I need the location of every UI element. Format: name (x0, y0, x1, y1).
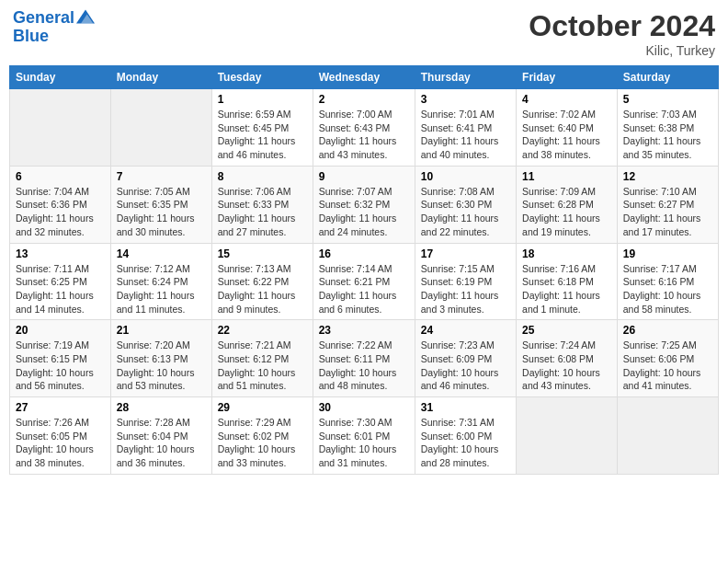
calendar-cell: 28Sunrise: 7:28 AMSunset: 6:04 PMDayligh… (110, 397, 211, 475)
calendar-cell: 16Sunrise: 7:14 AMSunset: 6:21 PMDayligh… (313, 243, 415, 320)
day-number: 9 (319, 170, 409, 183)
day-number: 25 (522, 324, 611, 337)
calendar-cell: 23Sunrise: 7:22 AMSunset: 6:11 PMDayligh… (313, 320, 415, 397)
calendar-cell: 29Sunrise: 7:29 AMSunset: 6:02 PMDayligh… (211, 397, 313, 475)
day-info: Sunrise: 7:02 AMSunset: 6:40 PMDaylight:… (522, 108, 611, 162)
calendar-week-row: 6Sunrise: 7:04 AMSunset: 6:36 PMDaylight… (10, 166, 719, 243)
logo: General Blue (13, 9, 95, 46)
day-header-friday: Friday (517, 66, 618, 89)
title-block: October 2024 Kilic, Turkey (529, 9, 715, 58)
logo-icon (76, 7, 95, 26)
day-info: Sunrise: 7:15 AMSunset: 6:19 PMDaylight:… (421, 262, 510, 316)
day-number: 1 (218, 93, 307, 106)
calendar-cell: 14Sunrise: 7:12 AMSunset: 6:24 PMDayligh… (110, 243, 211, 320)
day-number: 4 (522, 93, 611, 106)
day-number: 20 (16, 324, 105, 337)
day-info: Sunrise: 7:06 AMSunset: 6:33 PMDaylight:… (218, 185, 307, 239)
day-number: 16 (319, 247, 409, 260)
calendar-cell: 11Sunrise: 7:09 AMSunset: 6:28 PMDayligh… (517, 166, 618, 243)
calendar-cell (517, 397, 618, 475)
day-info: Sunrise: 7:24 AMSunset: 6:08 PMDaylight:… (522, 339, 611, 393)
day-info: Sunrise: 7:23 AMSunset: 6:09 PMDaylight:… (421, 339, 510, 393)
day-info: Sunrise: 7:26 AMSunset: 6:05 PMDaylight:… (16, 416, 105, 470)
calendar-cell: 13Sunrise: 7:11 AMSunset: 6:25 PMDayligh… (10, 243, 111, 320)
day-info: Sunrise: 7:31 AMSunset: 6:00 PMDaylight:… (421, 416, 510, 470)
day-number: 17 (421, 247, 510, 260)
page-header: General Blue October 2024 Kilic, Turkey (9, 9, 719, 58)
day-header-tuesday: Tuesday (211, 66, 313, 89)
calendar-cell: 18Sunrise: 7:16 AMSunset: 6:18 PMDayligh… (517, 243, 618, 320)
day-info: Sunrise: 7:19 AMSunset: 6:15 PMDaylight:… (16, 339, 105, 393)
day-number: 10 (421, 170, 510, 183)
calendar-cell: 6Sunrise: 7:04 AMSunset: 6:36 PMDaylight… (10, 166, 111, 243)
calendar-cell: 8Sunrise: 7:06 AMSunset: 6:33 PMDaylight… (211, 166, 313, 243)
day-number: 30 (319, 401, 409, 414)
logo-text: General (13, 9, 74, 28)
calendar-cell: 12Sunrise: 7:10 AMSunset: 6:27 PMDayligh… (617, 166, 718, 243)
calendar-cell: 20Sunrise: 7:19 AMSunset: 6:15 PMDayligh… (10, 320, 111, 397)
calendar-cell: 10Sunrise: 7:08 AMSunset: 6:30 PMDayligh… (415, 166, 516, 243)
calendar-cell (10, 89, 111, 167)
day-number: 22 (218, 324, 307, 337)
calendar-cell: 22Sunrise: 7:21 AMSunset: 6:12 PMDayligh… (211, 320, 313, 397)
day-info: Sunrise: 7:22 AMSunset: 6:11 PMDaylight:… (319, 339, 409, 393)
calendar-cell (617, 397, 718, 475)
day-number: 27 (16, 401, 105, 414)
day-number: 3 (421, 93, 510, 106)
day-info: Sunrise: 7:11 AMSunset: 6:25 PMDaylight:… (16, 262, 105, 316)
day-number: 11 (522, 170, 611, 183)
calendar-cell: 27Sunrise: 7:26 AMSunset: 6:05 PMDayligh… (10, 397, 111, 475)
calendar-cell: 26Sunrise: 7:25 AMSunset: 6:06 PMDayligh… (617, 320, 718, 397)
calendar-cell (110, 89, 211, 167)
day-number: 5 (623, 93, 712, 106)
day-number: 8 (218, 170, 307, 183)
day-number: 21 (117, 324, 206, 337)
calendar-cell: 19Sunrise: 7:17 AMSunset: 6:16 PMDayligh… (617, 243, 718, 320)
day-number: 15 (218, 247, 307, 260)
day-number: 2 (319, 93, 409, 106)
day-info: Sunrise: 7:29 AMSunset: 6:02 PMDaylight:… (218, 416, 307, 470)
calendar-week-row: 13Sunrise: 7:11 AMSunset: 6:25 PMDayligh… (10, 243, 719, 320)
calendar-cell: 9Sunrise: 7:07 AMSunset: 6:32 PMDaylight… (313, 166, 415, 243)
day-info: Sunrise: 7:09 AMSunset: 6:28 PMDaylight:… (522, 185, 611, 239)
calendar-header-row: SundayMondayTuesdayWednesdayThursdayFrid… (10, 66, 719, 89)
day-info: Sunrise: 7:14 AMSunset: 6:21 PMDaylight:… (319, 262, 409, 316)
day-info: Sunrise: 7:01 AMSunset: 6:41 PMDaylight:… (421, 108, 510, 162)
day-info: Sunrise: 7:30 AMSunset: 6:01 PMDaylight:… (319, 416, 409, 470)
day-number: 19 (623, 247, 712, 260)
calendar-cell: 17Sunrise: 7:15 AMSunset: 6:19 PMDayligh… (415, 243, 516, 320)
calendar-week-row: 1Sunrise: 6:59 AMSunset: 6:45 PMDaylight… (10, 89, 719, 167)
calendar-cell: 2Sunrise: 7:00 AMSunset: 6:43 PMDaylight… (313, 89, 415, 167)
day-number: 29 (218, 401, 307, 414)
calendar-cell: 21Sunrise: 7:20 AMSunset: 6:13 PMDayligh… (110, 320, 211, 397)
calendar-cell: 30Sunrise: 7:30 AMSunset: 6:01 PMDayligh… (313, 397, 415, 475)
calendar-cell: 24Sunrise: 7:23 AMSunset: 6:09 PMDayligh… (415, 320, 516, 397)
calendar-cell: 5Sunrise: 7:03 AMSunset: 6:38 PMDaylight… (617, 89, 718, 167)
day-header-sunday: Sunday (10, 66, 111, 89)
day-header-saturday: Saturday (617, 66, 718, 89)
calendar-cell: 25Sunrise: 7:24 AMSunset: 6:08 PMDayligh… (517, 320, 618, 397)
day-number: 12 (623, 170, 712, 183)
day-info: Sunrise: 7:04 AMSunset: 6:36 PMDaylight:… (16, 185, 105, 239)
day-info: Sunrise: 7:28 AMSunset: 6:04 PMDaylight:… (117, 416, 206, 470)
calendar-cell: 4Sunrise: 7:02 AMSunset: 6:40 PMDaylight… (517, 89, 618, 167)
page-title: October 2024 (529, 9, 715, 43)
day-number: 26 (623, 324, 712, 337)
day-info: Sunrise: 7:00 AMSunset: 6:43 PMDaylight:… (319, 108, 409, 162)
page-subtitle: Kilic, Turkey (529, 43, 715, 58)
day-info: Sunrise: 7:03 AMSunset: 6:38 PMDaylight:… (623, 108, 712, 162)
day-number: 14 (117, 247, 206, 260)
day-info: Sunrise: 6:59 AMSunset: 6:45 PMDaylight:… (218, 108, 307, 162)
day-info: Sunrise: 7:25 AMSunset: 6:06 PMDaylight:… (623, 339, 712, 393)
day-number: 28 (117, 401, 206, 414)
day-number: 31 (421, 401, 510, 414)
calendar-cell: 3Sunrise: 7:01 AMSunset: 6:41 PMDaylight… (415, 89, 516, 167)
day-number: 13 (16, 247, 105, 260)
day-number: 7 (117, 170, 206, 183)
day-header-wednesday: Wednesday (313, 66, 415, 89)
day-header-thursday: Thursday (415, 66, 516, 89)
calendar-cell: 31Sunrise: 7:31 AMSunset: 6:00 PMDayligh… (415, 397, 516, 475)
day-info: Sunrise: 7:08 AMSunset: 6:30 PMDaylight:… (421, 185, 510, 239)
day-number: 18 (522, 247, 611, 260)
day-info: Sunrise: 7:21 AMSunset: 6:12 PMDaylight:… (218, 339, 307, 393)
